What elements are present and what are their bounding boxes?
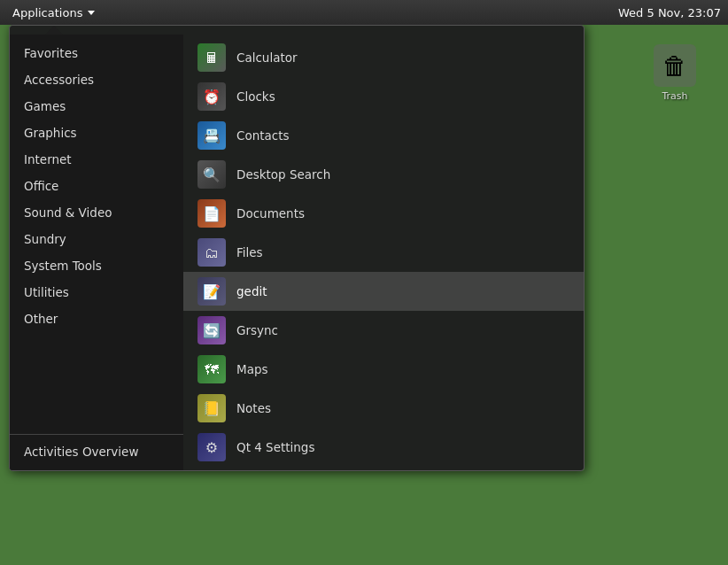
- gedit-icon: 📝: [197, 277, 226, 306]
- trash-icon: 🗑: [654, 44, 696, 87]
- applications-label: Applications: [12, 6, 82, 19]
- desktop-icons: 🗑 Trash: [639, 44, 710, 128]
- sidebar-item-favorites[interactable]: Favorites: [10, 40, 183, 66]
- sidebar-item-system-tools[interactable]: System Tools: [10, 252, 183, 279]
- applications-menu: FavoritesAccessoriesGamesGraphicsInterne…: [9, 25, 585, 471]
- clocks-label: Clocks: [236, 89, 275, 104]
- sidebar: FavoritesAccessoriesGamesGraphicsInterne…: [10, 35, 183, 470]
- contacts-label: Contacts: [236, 128, 290, 143]
- sidebar-item-office[interactable]: Office: [10, 173, 183, 199]
- sidebar-item-other[interactable]: Other: [10, 306, 183, 332]
- app-item-calculator[interactable]: 🖩Calculator: [183, 38, 584, 77]
- applications-menu-button[interactable]: Applications: [7, 4, 100, 21]
- sidebar-item-graphics[interactable]: Graphics: [10, 120, 183, 146]
- sidebar-item-utilities[interactable]: Utilities: [10, 279, 183, 306]
- sidebar-item-internet[interactable]: Internet: [10, 146, 183, 173]
- maps-icon: 🗺: [197, 355, 226, 383]
- files-label: Files: [236, 245, 263, 259]
- dropdown-arrow-icon: [88, 11, 95, 15]
- notes-label: Notes: [236, 401, 271, 415]
- desktop-search-label: Desktop Search: [236, 167, 330, 182]
- calculator-label: Calculator: [236, 50, 298, 65]
- gedit-label: gedit: [236, 284, 267, 298]
- app-list: 🖩Calculator⏰Clocks📇Contacts🔍Desktop Sear…: [183, 35, 584, 470]
- files-icon: 🗂: [197, 238, 226, 267]
- sidebar-item-accessories[interactable]: Accessories: [10, 66, 183, 93]
- contacts-icon: 📇: [197, 121, 226, 150]
- activities-overview-button[interactable]: Activities Overview: [10, 438, 183, 465]
- sidebar-item-sound-video[interactable]: Sound & Video: [10, 199, 183, 226]
- grsync-icon: 🔄: [197, 316, 226, 344]
- notes-icon: 📒: [197, 394, 226, 422]
- app-item-contacts[interactable]: 📇Contacts: [183, 116, 584, 155]
- sidebar-item-games[interactable]: Games: [10, 93, 183, 120]
- desktop-search-icon: 🔍: [197, 160, 226, 189]
- app-item-maps[interactable]: 🗺Maps: [183, 350, 584, 389]
- app-item-grsync[interactable]: 🔄Grsync: [183, 311, 584, 350]
- clock: Wed 5 Nov, 23:07: [618, 6, 721, 19]
- sidebar-bottom: Activities Overview: [10, 434, 183, 465]
- app-item-qt4-settings[interactable]: ⚙Qt 4 Settings: [183, 428, 584, 467]
- trash-label: Trash: [662, 90, 687, 102]
- maps-label: Maps: [236, 362, 268, 376]
- app-item-notes[interactable]: 📒Notes: [183, 389, 584, 428]
- app-item-files[interactable]: 🗂Files: [183, 233, 584, 272]
- topbar-left: Applications: [7, 4, 100, 21]
- trash-desktop-icon[interactable]: 🗑 Trash: [639, 44, 710, 102]
- menu-arrow: [45, 26, 63, 35]
- app-item-documents[interactable]: 📄Documents: [183, 194, 584, 233]
- clocks-icon: ⏰: [197, 82, 226, 111]
- menu-body: FavoritesAccessoriesGamesGraphicsInterne…: [10, 35, 584, 470]
- calculator-icon: 🖩: [197, 43, 226, 72]
- sidebar-item-sundry[interactable]: Sundry: [10, 226, 183, 252]
- app-item-desktop-search[interactable]: 🔍Desktop Search: [183, 155, 584, 194]
- documents-label: Documents: [236, 206, 305, 221]
- grsync-label: Grsync: [236, 323, 278, 337]
- app-item-gedit[interactable]: 📝gedit: [183, 272, 584, 311]
- qt4-settings-label: Qt 4 Settings: [236, 440, 314, 454]
- topbar: Applications Wed 5 Nov, 23:07: [0, 0, 728, 25]
- qt4-settings-icon: ⚙: [197, 433, 226, 461]
- documents-icon: 📄: [197, 199, 226, 228]
- app-item-clocks[interactable]: ⏰Clocks: [183, 77, 584, 116]
